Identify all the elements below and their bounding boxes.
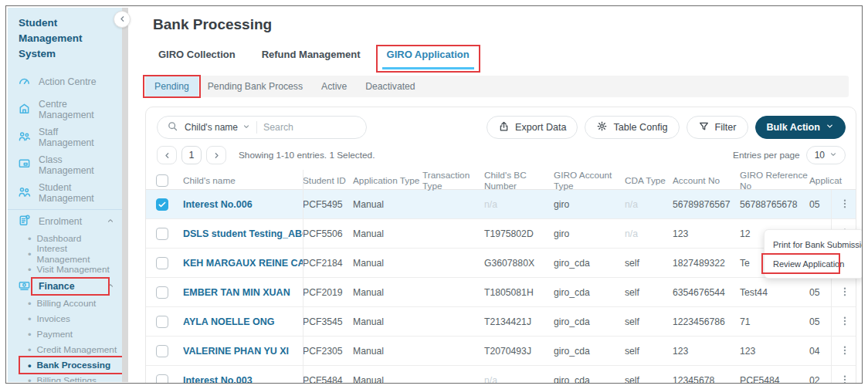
cell-bc-number: T2070493J [484, 346, 554, 357]
gear-icon [596, 120, 608, 134]
toolbar: Export Data Table Config Filter Bulk Act… [487, 116, 846, 139]
sidebar-scrollbar[interactable] [122, 8, 128, 382]
cell-giro-account-type: giro [554, 228, 625, 239]
entries-per-page-value: 10 [815, 150, 825, 161]
cell-application-type: Manual [353, 228, 422, 239]
table-config-button[interactable]: Table Config [585, 116, 679, 139]
cell-giro-reference-no: 123 [740, 346, 809, 357]
sidebar-item-payment[interactable]: •Payment [8, 326, 122, 342]
chevron-up-icon [107, 216, 114, 227]
cell-cda-type: self [625, 287, 673, 298]
sidebar-item-student-management[interactable]: Student Management [8, 179, 122, 207]
row-checkbox[interactable] [156, 198, 168, 211]
tab-refund-management[interactable]: Refund Management [257, 49, 365, 69]
sidebar-item-centre-management[interactable]: Centre Management [8, 96, 122, 123]
cell-application-date: 05 [809, 199, 831, 210]
next-page-button[interactable] [206, 146, 226, 164]
sidebar-item-visit-management[interactable]: •Visit Management [8, 262, 122, 277]
tab-giro-application[interactable]: GIRO Application [382, 49, 474, 69]
child-name-link[interactable]: VALERINE PHAN YU XI [183, 346, 303, 357]
sidebar-item-class-management[interactable]: Class Management [8, 151, 122, 179]
table-row: EMBER TAN MIN XUANPCF2019ManualT1805081H… [146, 278, 856, 307]
cell-cda-type: n/a [625, 228, 673, 239]
sidebar-item-label: Visit Management [37, 264, 110, 275]
column-header-giro-account-type: GIRO Account Type [554, 170, 625, 191]
row-actions-kebab-button[interactable] [831, 307, 856, 337]
search-icon [167, 120, 178, 135]
export-icon [498, 120, 510, 134]
child-name-link[interactable]: Interest No.006 [183, 199, 303, 210]
row-checkbox[interactable] [156, 345, 168, 357]
child-name-link[interactable]: AYLA NOELLE ONG [183, 316, 303, 327]
row-actions-kebab-button[interactable] [831, 337, 856, 366]
sidebar-item-credit-management[interactable]: •Credit Management [8, 342, 122, 357]
column-header-account-no: Account No [673, 175, 740, 186]
kebab-icon [839, 344, 850, 359]
child-name-link[interactable]: Interest No.003 [183, 375, 303, 384]
row-actions-kebab-button[interactable] [831, 278, 856, 307]
child-name-link[interactable]: DSLS student Testing_ABC [183, 228, 303, 239]
cell-bc-number: T1805081H [484, 287, 554, 298]
bullet-icon: • [28, 330, 32, 340]
sidebar-item-action-centre[interactable]: Action Centre [8, 68, 122, 96]
cell-application-date: 05 [809, 316, 831, 327]
column-header-application-type: Application Type [353, 175, 422, 186]
row-checkbox[interactable] [156, 286, 168, 299]
sidebar-section-finance[interactable]: Finance [8, 277, 122, 296]
sidebar-section-enrolment[interactable]: Enrolment [8, 212, 122, 231]
sidebar-item-interest-management[interactable]: •Interest Management [8, 246, 122, 262]
search-bar[interactable]: Child's name Search [157, 116, 367, 139]
subtab-deactivated[interactable]: Deactivated [356, 76, 424, 97]
app-title: Student Management System [8, 8, 122, 65]
select-all-checkbox[interactable] [156, 174, 168, 187]
sidebar-item-label: Student Management [39, 182, 116, 204]
sidebar-collapse-button[interactable] [114, 11, 131, 28]
sidebar-item-label: Payment [37, 329, 73, 340]
class-icon [18, 157, 31, 173]
search-filter-dropdown[interactable]: Child's name [185, 122, 250, 133]
sidebar-item-label: Invoices [37, 313, 70, 324]
column-header-child-s-name: Child's name [183, 175, 303, 186]
child-name-link[interactable]: KEH MARGAUX REINE CASO [183, 258, 303, 269]
filter-label: Filter [715, 122, 737, 133]
row-actions-kebab-button[interactable] [831, 366, 856, 384]
filter-button[interactable]: Filter [687, 116, 748, 139]
row-actions-kebab-button[interactable] [831, 190, 856, 219]
cell-application-date: 02 [809, 375, 831, 384]
context-menu-item-print-for-bank-submission[interactable]: Print for Bank Submission [765, 235, 863, 254]
sidebar-item-billing-settings[interactable]: •Billing Settings [8, 373, 122, 382]
prev-page-button[interactable] [157, 146, 177, 164]
export-data-button[interactable]: Export Data [487, 116, 578, 139]
subtab-active[interactable]: Active [312, 76, 356, 97]
subtab-bar: PendingPending Bank ProcessActiveDeactiv… [145, 76, 849, 97]
child-name-link[interactable]: EMBER TAN MIN XUAN [183, 287, 303, 298]
enrolment-icon [18, 214, 31, 229]
cell-account-no: 12345678 [673, 375, 740, 384]
row-checkbox[interactable] [156, 228, 168, 240]
row-checkbox[interactable] [156, 257, 168, 269]
cell-account-no: 1827489322 [673, 258, 740, 269]
row-checkbox[interactable] [156, 374, 168, 384]
sidebar-item-label: Bank Processing [37, 360, 111, 370]
cell-bc-number: G3607880X [484, 258, 554, 269]
sidebar-item-billing-account[interactable]: •Billing Account [8, 296, 122, 311]
sidebar-item-label: Class Management [39, 154, 116, 176]
export-data-label: Export Data [515, 122, 567, 133]
cell-application-type: Manual [353, 199, 422, 210]
entries-per-page-select[interactable]: 10 [806, 146, 846, 164]
sidebar-item-bank-processing[interactable]: •Bank Processing [8, 357, 122, 373]
building-icon [18, 102, 31, 117]
subtab-pending[interactable]: Pending [145, 76, 198, 97]
search-input[interactable]: Search [263, 122, 293, 133]
sidebar-item-staff-management[interactable]: Staff Management [8, 123, 122, 151]
subtab-pending-bank-process[interactable]: Pending Bank Process [198, 76, 312, 97]
bulk-action-button[interactable]: Bulk Action [755, 116, 846, 139]
context-menu-item-review-application[interactable]: Review Application [765, 254, 863, 273]
entries-per-page-label: Entries per page [733, 150, 800, 161]
cell-cda-type: self [625, 375, 673, 384]
row-checkbox[interactable] [156, 316, 168, 328]
sidebar-item-invoices[interactable]: •Invoices [8, 311, 122, 326]
tab-giro-collection[interactable]: GIRO Collection [154, 49, 240, 69]
cell-giro-account-type: giro_cda [554, 287, 625, 298]
page-number-button[interactable]: 1 [181, 146, 202, 164]
